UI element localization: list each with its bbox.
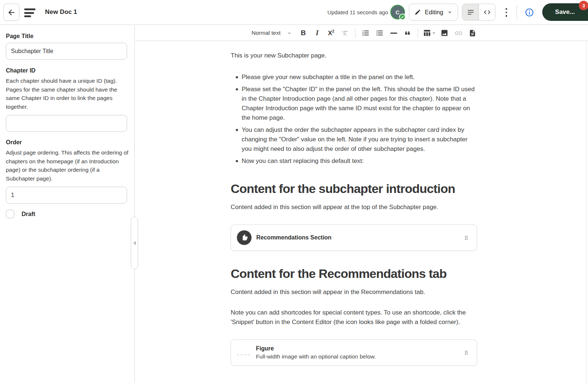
- chapter-id-label: Chapter ID: [6, 67, 129, 74]
- text-style-value: Normal text: [252, 30, 280, 36]
- drag-indicator-icon: [463, 235, 469, 241]
- order-label: Order: [6, 139, 129, 146]
- align-left-icon: [467, 8, 475, 16]
- chevron-down-icon: [287, 31, 292, 36]
- richtext-view-button[interactable]: [462, 4, 479, 20]
- content-editor[interactable]: This is your new Subchapter page. Please…: [135, 41, 588, 383]
- save-notification-badge: 3: [579, 1, 588, 10]
- app-header: New Doc 1 Updated 11 seconds ago C Editi…: [0, 0, 588, 25]
- toolbar-divider: [355, 28, 356, 38]
- editor-toolbar: Normal text B I X2: [135, 25, 588, 41]
- image-button[interactable]: [439, 27, 450, 39]
- clear-format-icon: [341, 29, 349, 37]
- link-icon: [454, 29, 463, 37]
- link-button[interactable]: [453, 27, 464, 39]
- updated-status: Updated 11 seconds ago: [327, 9, 388, 15]
- draft-checkbox[interactable]: [6, 210, 14, 218]
- drag-handle[interactable]: [463, 235, 469, 241]
- ordered-list-button[interactable]: [360, 27, 371, 39]
- code-icon: [483, 8, 491, 16]
- scrollbar-track[interactable]: [586, 41, 587, 383]
- ordered-list-icon: [362, 29, 370, 37]
- table-columns-icon: [423, 29, 431, 37]
- draft-label: Draft: [22, 211, 35, 217]
- drag-indicator-icon: [463, 350, 469, 356]
- collapse-left-icon: [133, 241, 136, 245]
- order-description: Adjust page ordering. This affects the o…: [6, 148, 129, 183]
- doc-outline-menu-icon[interactable]: [24, 8, 36, 19]
- clear-format-button[interactable]: [339, 27, 350, 39]
- chapter-id-description: Each chapter should have a unique ID (ta…: [6, 77, 129, 111]
- bullet-list-icon: [376, 29, 384, 37]
- table-button[interactable]: [423, 27, 436, 39]
- italic-icon: I: [316, 29, 319, 37]
- chapter-id-input[interactable]: [6, 115, 127, 132]
- recommendations-section-card[interactable]: Recommendations Section: [231, 224, 477, 251]
- bold-icon: B: [301, 29, 306, 37]
- avatar[interactable]: C: [390, 5, 405, 19]
- editing-mode-label: Editing: [425, 9, 443, 16]
- figure-card[interactable]: Figure Full-width image with an optional…: [231, 339, 477, 366]
- back-button[interactable]: [3, 4, 19, 21]
- list-item: Now you can start replacing this default…: [237, 156, 478, 166]
- card-title: Recommendations Section: [256, 234, 463, 241]
- save-button[interactable]: Save... 3: [542, 3, 588, 21]
- draft-row: Draft: [6, 210, 129, 218]
- page-title-input[interactable]: [6, 43, 127, 60]
- pencil-icon: [401, 15, 404, 19]
- page-settings-sidebar: Page Title Chapter ID Each chapter shoul…: [0, 25, 135, 383]
- code-view-button[interactable]: [479, 4, 495, 20]
- more-menu-button[interactable]: [502, 6, 510, 19]
- instruction-list: Please give your new subchapter a title …: [237, 72, 478, 166]
- arrow-back-icon: [7, 8, 16, 17]
- card-description: Full-width image with an optional captio…: [256, 353, 463, 360]
- save-button-label: Save...: [555, 8, 575, 15]
- page-title-label: Page Title: [6, 33, 129, 40]
- quote-icon: [403, 29, 412, 37]
- blockquote-button[interactable]: [402, 27, 413, 39]
- image-icon: [440, 29, 449, 37]
- sidebar-collapse-handle[interactable]: [131, 217, 138, 269]
- order-input[interactable]: [6, 187, 127, 204]
- list-item: Please give your new subchapter a title …: [237, 72, 478, 82]
- drag-handle[interactable]: [463, 350, 469, 356]
- superscript-button[interactable]: X2: [325, 27, 336, 39]
- thumbs-up-icon: [237, 230, 252, 245]
- snippet-document-icon: [469, 29, 476, 37]
- doc-title: New Doc 1: [45, 8, 77, 16]
- snippet-button[interactable]: [467, 27, 478, 39]
- document-body: This is your new Subchapter page. Please…: [231, 51, 478, 366]
- superscript-icon: X2: [328, 29, 334, 37]
- text-style-dropdown[interactable]: Normal text: [252, 30, 292, 36]
- bullet-list-button[interactable]: [374, 27, 385, 39]
- pencil-icon: [414, 9, 421, 15]
- paragraph-shortcodes: Note you can add shortcodes for special …: [231, 308, 478, 327]
- horizontal-rule-icon: [390, 33, 397, 34]
- chevron-down-icon: [447, 10, 453, 15]
- view-toggle: [462, 4, 495, 21]
- list-item: You can adjust the order the subchapter …: [237, 125, 478, 154]
- avatar-initial: C: [396, 9, 400, 15]
- avatar-edit-badge: [399, 14, 406, 20]
- toolbar-divider: [418, 28, 418, 38]
- paragraph-recommendations-tab: Content added in this section will appea…: [231, 287, 478, 297]
- figure-thumbnail: [237, 350, 250, 355]
- header-divider: [517, 5, 517, 20]
- info-button[interactable]: [524, 7, 535, 18]
- heading-subchapter-introduction: Content for the subchapter introduction: [231, 182, 478, 196]
- heading-recommendations-tab: Content for the Recommendations tab: [231, 267, 478, 281]
- intro-paragraph: This is your new Subchapter page.: [231, 51, 478, 60]
- kebab-icon: [506, 8, 507, 10]
- italic-button[interactable]: I: [312, 27, 323, 39]
- info-icon: [525, 8, 534, 17]
- paragraph-subchapter-introduction: Content added in this section will appea…: [231, 202, 478, 212]
- chevron-down-icon: [432, 31, 436, 35]
- horizontal-rule-button[interactable]: [388, 27, 399, 39]
- bold-button[interactable]: B: [298, 27, 309, 39]
- card-body: Figure Full-width image with an optional…: [256, 345, 463, 360]
- list-item: Please set the "Chapter ID" in the panel…: [237, 85, 478, 123]
- card-title: Figure: [256, 345, 463, 352]
- card-body: Recommendations Section: [256, 234, 463, 241]
- editing-mode-button[interactable]: Editing: [409, 4, 458, 21]
